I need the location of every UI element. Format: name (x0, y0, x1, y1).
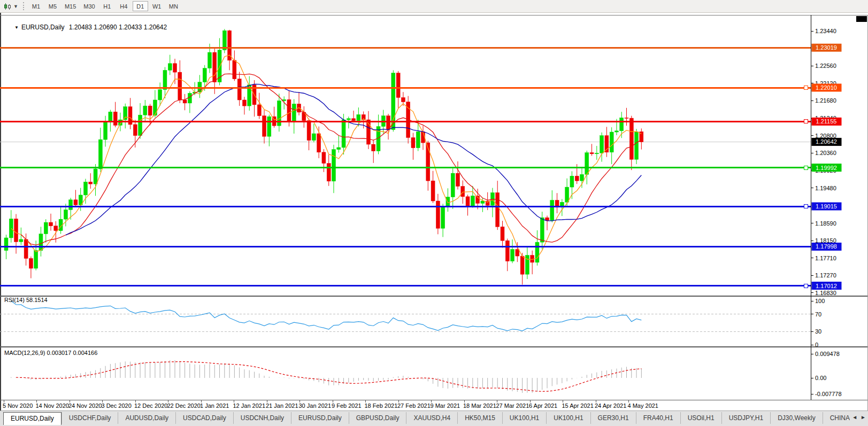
sr-price-label: 1.19015 (816, 203, 837, 210)
date-axis: 5 Nov 202014 Nov 202024 Nov 20203 Dec 20… (3, 400, 658, 409)
sr-price-label: 1.19992 (816, 165, 837, 171)
chart-type-icon[interactable] (2, 2, 13, 11)
tab-usdcad-daily[interactable]: USDCAD,Daily (175, 412, 233, 424)
tab-audusd-daily[interactable]: AUDUSD,Daily (118, 412, 175, 424)
timeframe-d1-button[interactable]: D1 (133, 1, 148, 11)
timeframe-m5-button[interactable]: M5 (45, 1, 60, 11)
timeframe-h1-button[interactable]: H1 (99, 1, 115, 11)
chart-type-dropdown-caret[interactable]: ▼ (13, 4, 18, 9)
chart-header: ▼EURUSD,Daily1.20483 1.20690 1.20433 1.2… (4, 16, 167, 38)
pane-frames (0, 13, 868, 410)
chart-tab-bar: EURUSD,DailyUSDCHF,DailyAUDUSD,DailyUSDC… (0, 410, 868, 426)
timeframe-h4-button[interactable]: H4 (116, 1, 132, 11)
collapse-triangle-icon[interactable]: ▼ (14, 25, 19, 30)
rsi-line (11, 301, 642, 331)
tab-usdjpy-h1[interactable]: USDJPY,H1 (721, 412, 770, 424)
scroll-marker[interactable] (856, 16, 867, 22)
sr-line-handle[interactable] (804, 86, 808, 90)
tab-eurusd-daily[interactable]: EURUSD,Daily (291, 412, 349, 424)
tab-china300-h1[interactable]: CHINA300,H1 (823, 412, 850, 424)
tab-gbpusd-daily[interactable]: GBPUSD,Daily (349, 412, 406, 424)
rsi-level-label: 70 (815, 311, 821, 317)
rsi-pane: 10070300 (0, 298, 825, 348)
chart-ohlc-values: 1.20483 1.20690 1.20433 1.20642 (69, 24, 167, 31)
date-label: 24 Apr 2021 (595, 402, 626, 409)
date-label: 3 Dec 2020 (102, 402, 132, 409)
tab-uk100-h1[interactable]: UK100,H1 (502, 412, 546, 424)
date-label: 18 Mar 2021 (463, 402, 496, 409)
timeframe-m1-button[interactable]: M1 (28, 1, 44, 11)
date-label: 14 Nov 2020 (36, 402, 69, 409)
tab-xauusd-h4[interactable]: XAUUSD,H4 (406, 412, 457, 424)
tab-hk50-m15[interactable]: HK50,M15 (457, 412, 502, 424)
price-tick-label: 1.20360 (815, 150, 836, 156)
macd-scale-label: 0.00 (815, 375, 826, 381)
date-label: 9 Feb 2021 (332, 402, 362, 409)
price-tick-label: 1.16830 (815, 290, 836, 296)
mt4-window: ▼ M1 M5 M15 M30 H1 H4 D1 W1 MN 1.234401.… (0, 0, 868, 426)
sr-price-label: 1.22010 (816, 84, 837, 91)
date-label: 9 Mar 2021 (431, 402, 460, 409)
price-tick-label: 1.21680 (815, 97, 836, 104)
date-label: 24 Nov 2020 (68, 402, 102, 409)
price-tick-label: 1.17270 (815, 272, 836, 278)
sr-line-handle[interactable] (804, 284, 808, 288)
chart-area: 1.234401.225601.221201.216801.212401.208… (0, 13, 868, 410)
tab-usoil-h1[interactable]: USOil,H1 (680, 412, 721, 424)
tab-dj30-weekly[interactable]: DJ30,Weekly (770, 412, 822, 424)
sr-lines[interactable] (0, 48, 811, 288)
price-axis: 1.234401.225601.221201.216801.212401.208… (811, 28, 842, 296)
rsi-indicator-label: RSI(14) 58.1514 (4, 297, 48, 303)
rsi-level-label: 0 (815, 342, 818, 348)
timeframe-toolbar: ▼ M1 M5 M15 M30 H1 H4 D1 W1 MN (0, 0, 868, 13)
sr-price-label: 1.23019 (816, 44, 837, 51)
sr-line-handle[interactable] (804, 205, 808, 208)
macd-scale-label: -0.007778 (815, 391, 842, 397)
sr-line-handle[interactable] (804, 166, 808, 169)
price-tick-label: 1.22560 (815, 63, 836, 69)
macd-pane: 0.0094780.00-0.007778 (6, 351, 842, 397)
rsi-level-label: 100 (815, 298, 825, 304)
tab-fra40-h1[interactable]: FRA40,H1 (636, 412, 680, 424)
current-price-label: 1.20642 (816, 138, 837, 145)
timeframe-m15-button[interactable]: M15 (62, 1, 79, 11)
date-label: 4 May 2021 (628, 402, 658, 409)
date-label: 12 Dec 2020 (134, 402, 167, 409)
tab-scroll-right-icon[interactable]: ► (861, 414, 866, 420)
timeframe-w1-button[interactable]: W1 (149, 1, 165, 11)
tab-usdchf-daily[interactable]: USDCHF,Daily (62, 412, 118, 424)
price-tick-label: 1.19480 (815, 185, 836, 191)
sr-price-label: 1.17012 (816, 283, 837, 289)
macd-indicator-label: MACD(12,26,9) 0.003017 0.004166 (4, 350, 97, 356)
tab-uk100-h1[interactable]: UK100,H1 (546, 412, 590, 424)
timeframe-mn-button[interactable]: MN (166, 1, 181, 11)
date-label: 18 Feb 2021 (365, 402, 398, 409)
price-tick-label: 1.20800 (815, 133, 836, 139)
date-label: 30 Jan 2021 (299, 402, 332, 409)
tab-eurusd-daily[interactable]: EURUSD,Daily (3, 412, 62, 425)
sr-line-handle[interactable] (804, 120, 808, 123)
tab-scroll-left-icon[interactable]: ◄ (852, 414, 857, 420)
chart-tabs: EURUSD,DailyUSDCHF,DailyAUDUSD,DailyUSDC… (3, 412, 850, 425)
date-label: 15 Apr 2021 (562, 402, 594, 409)
price-tick-label: 1.23440 (815, 28, 836, 34)
price-tick-label: 1.17710 (815, 255, 836, 261)
date-label: 27 Mar 2021 (496, 402, 529, 409)
timeframe-m30-button[interactable]: M30 (80, 1, 98, 11)
sr-price-label: 1.21155 (816, 118, 837, 125)
price-chart-canvas[interactable]: 1.234401.225601.221201.216801.212401.208… (0, 13, 868, 410)
date-label: 27 Feb 2021 (397, 402, 431, 409)
rsi-level-label: 30 (815, 328, 821, 335)
date-label: 22 Dec 2020 (167, 402, 201, 409)
tab-usdcnh-daily[interactable]: USDCNH,Daily (233, 412, 291, 424)
chart-symbol-label: EURUSD,Daily (21, 24, 65, 31)
candlestick-chart-icon (3, 2, 12, 11)
toolbar-grip[interactable] (23, 2, 24, 10)
tab-ger30-h1[interactable]: GER30,H1 (590, 412, 636, 424)
macd-signal-line (16, 362, 641, 392)
price-tick-label: 1.18590 (815, 220, 836, 227)
date-label: 1 Jan 2021 (200, 402, 229, 409)
date-label: 5 Nov 2020 (3, 402, 33, 409)
date-label: 12 Jan 2021 (233, 402, 266, 409)
macd-scale-label: 0.009478 (815, 351, 840, 357)
